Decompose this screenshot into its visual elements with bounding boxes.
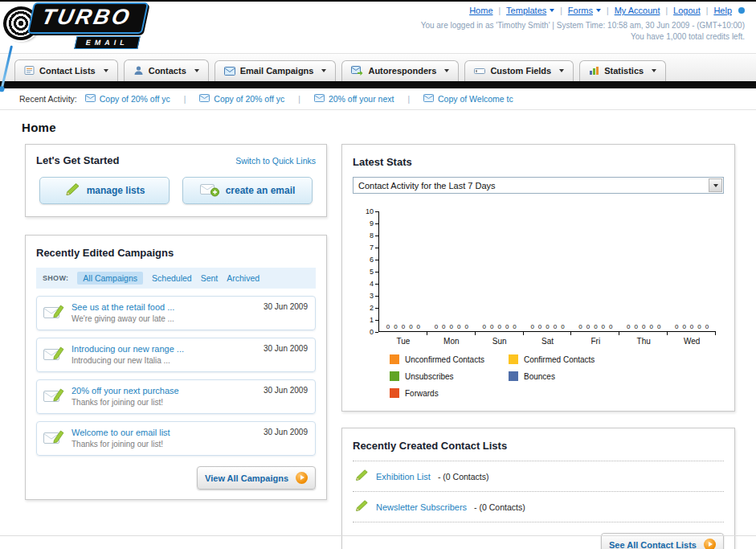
- y-axis-tick: 10: [366, 207, 378, 215]
- tab-label: Email Campaigns: [240, 66, 314, 76]
- y-axis-tick: 6: [370, 256, 378, 264]
- right-column: Latest Stats Contact Activity for the La…: [341, 144, 735, 549]
- campaign-row[interactable]: Introducing our new range ... Introducin…: [36, 338, 316, 372]
- divider: [298, 94, 300, 104]
- campaign-edit-icon: [43, 303, 64, 324]
- campaign-subject: Introducing our new Italia ...: [72, 356, 184, 365]
- campaigns-panel-title: Recently Edited Campaigns: [36, 247, 174, 259]
- manage-lists-button[interactable]: manage lists: [39, 177, 170, 204]
- show-label: SHOW:: [43, 274, 68, 282]
- button-label: manage lists: [87, 185, 145, 196]
- campaign-edit-icon: [43, 345, 64, 366]
- nav-link-templates[interactable]: Templates: [506, 6, 554, 15]
- nav-link-forms[interactable]: Forms: [568, 6, 601, 15]
- latest-stats-panel: Latest Stats Contact Activity for the La…: [341, 144, 735, 412]
- stats-period-dropdown[interactable]: Contact Activity for the Last 7 Days: [353, 177, 724, 194]
- recent-activity-item[interactable]: Copy of 20% off yc: [199, 94, 284, 104]
- divider: [706, 6, 709, 15]
- campaign-edit-icon: [43, 387, 64, 408]
- contact-list-link[interactable]: Exhibition List: [376, 472, 431, 481]
- list-edit-icon: [354, 499, 369, 514]
- header: TURBO EMAIL Home Templates Forms My Acco…: [0, 2, 756, 53]
- chart-category-group: 00000Sun: [476, 211, 524, 331]
- y-axis-tick: 0: [370, 328, 378, 336]
- campaign-row[interactable]: 20% off your next purchase Thanks for jo…: [36, 379, 316, 414]
- nav-link-home[interactable]: Home: [469, 6, 492, 15]
- nav-link-label: Logout: [673, 6, 701, 15]
- filter-sent[interactable]: Sent: [201, 273, 219, 283]
- campaign-date: 30 Jun 2009: [264, 386, 308, 395]
- tab-email-campaigns[interactable]: Email Campaigns: [215, 60, 337, 81]
- campaign-title-link[interactable]: 20% off your next purchase: [72, 386, 179, 395]
- tab-statistics[interactable]: Statistics: [579, 60, 666, 81]
- chart-category-group: 00000Sat: [524, 211, 572, 331]
- recent-activity-item-label: Copy of Welcome tc: [438, 94, 513, 104]
- recently-edited-campaigns-panel: Recently Edited Campaigns SHOW: All Camp…: [25, 235, 327, 500]
- campaign-title-link[interactable]: See us at the retail food ...: [72, 302, 174, 312]
- create-an-email-button[interactable]: create an email: [182, 177, 313, 204]
- main-nav: Contact Lists Contacts Email Campaigns A…: [0, 53, 756, 81]
- y-axis-tick: 7: [370, 244, 378, 252]
- y-axis-tick: 4: [370, 280, 378, 288]
- decoration-dot: [738, 7, 745, 14]
- view-all-campaigns-button[interactable]: View All Campaigns: [197, 466, 316, 490]
- contact-list-link[interactable]: Newsletter Subscribers: [376, 502, 467, 512]
- tab-contacts[interactable]: Contacts: [124, 59, 209, 81]
- campaign-title-link[interactable]: Welcome to our email list: [72, 428, 170, 437]
- nav-link-logout[interactable]: Logout: [673, 6, 701, 15]
- tab-label: Contact Lists: [39, 66, 96, 76]
- chart-category-group: 00000Tue: [379, 211, 427, 331]
- statistics-icon: [589, 66, 599, 76]
- chart-category-group: 00000Mon: [427, 211, 476, 331]
- button-label: See All Contact Lists: [609, 540, 697, 549]
- logo-subtitle: EMAIL: [74, 36, 140, 49]
- chevron-down-icon: [596, 9, 601, 12]
- latest-stats-title: Latest Stats: [353, 156, 412, 168]
- campaign-title-link[interactable]: Introducing our new range ...: [72, 344, 184, 354]
- contact-activity-chart: 109876543210 00000Tue00000Mon00000Sun000…: [359, 211, 716, 332]
- divider: [407, 94, 410, 104]
- y-axis-tick: 1: [370, 316, 378, 324]
- envelope-icon: [85, 94, 96, 104]
- page-title: Home: [22, 121, 756, 134]
- nav-link-label: Help: [713, 6, 732, 15]
- tab-label: Statistics: [604, 66, 644, 76]
- campaign-row[interactable]: See us at the retail food ... We're givi…: [36, 296, 316, 330]
- campaign-row[interactable]: Welcome to our email list Thanks for joi…: [36, 421, 316, 456]
- dropdown-value: Contact Activity for the Last 7 Days: [358, 181, 496, 191]
- y-axis-tick: 8: [370, 231, 378, 240]
- legend-item: Unconfirmed Contacts: [390, 354, 509, 364]
- switch-to-quick-links[interactable]: Switch to Quick Links: [235, 156, 316, 166]
- recent-activity-item[interactable]: Copy of Welcome tc: [423, 94, 513, 104]
- filter-all-campaigns[interactable]: All Campaigns: [77, 272, 143, 285]
- legend-item: Confirmed Contacts: [509, 354, 627, 364]
- campaign-edit-icon: [43, 428, 64, 449]
- filter-archived[interactable]: Archived: [227, 273, 259, 283]
- pencil-icon: [64, 182, 80, 199]
- chart-category-group: 00000Thu: [619, 211, 668, 331]
- nav-link-label: Templates: [506, 6, 546, 15]
- recent-activity-item[interactable]: 20% off your next: [314, 94, 394, 104]
- legend-item: Unsubscribes: [390, 371, 509, 381]
- tab-custom-fields[interactable]: Custom Fields: [464, 60, 574, 81]
- arrow-right-icon: [296, 472, 308, 484]
- filter-scheduled[interactable]: Scheduled: [152, 273, 192, 283]
- tab-autoresponders[interactable]: Autoresponders: [341, 60, 459, 81]
- button-label: create an email: [226, 185, 296, 196]
- envelope-icon: [314, 94, 325, 104]
- y-axis-tick: 9: [370, 219, 378, 227]
- chevron-down-icon: [194, 69, 199, 72]
- get-started-panel: Let's Get Started Switch to Quick Links …: [25, 144, 327, 217]
- recent-activity-item[interactable]: Copy of 20% off yc: [85, 94, 170, 104]
- tab-contact-lists[interactable]: Contact Lists: [14, 59, 118, 81]
- button-label: View All Campaigns: [205, 473, 288, 483]
- nav-link-help[interactable]: Help: [713, 6, 732, 15]
- campaign-filter-bar: SHOW: All Campaigns Scheduled Sent Archi…: [36, 268, 316, 289]
- recent-activity-item-label: Copy of 20% off yc: [214, 94, 284, 104]
- contact-list-row: Newsletter Subscribers - (0 Contacts): [353, 492, 724, 522]
- nav-link-my-account[interactable]: My Account: [615, 6, 660, 15]
- chart-category-group: 00000Wed: [668, 211, 716, 331]
- chart-legend: Unconfirmed ContactsConfirmed ContactsUn…: [390, 354, 724, 398]
- tab-label: Contacts: [149, 66, 186, 76]
- y-axis-tick: 5: [370, 268, 378, 276]
